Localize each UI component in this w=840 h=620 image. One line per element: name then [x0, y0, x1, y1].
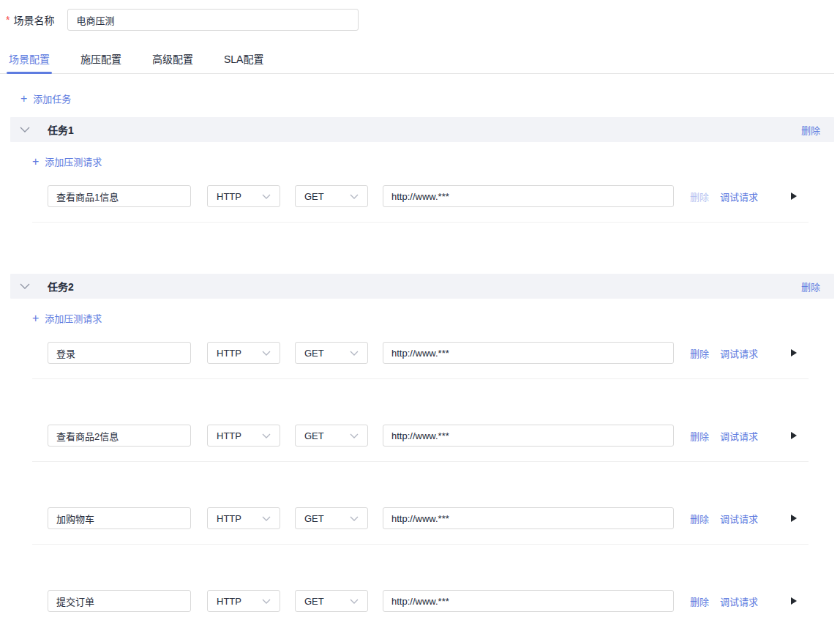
protocol-select-value: HTTP	[217, 430, 262, 441]
task-title: 任务1	[48, 122, 74, 137]
tab-pressure-config[interactable]: 施压配置	[80, 51, 121, 73]
task-title: 任务2	[48, 279, 74, 294]
expand-request-icon[interactable]	[791, 193, 797, 200]
chevron-down-icon	[20, 283, 30, 289]
request-actions: 删除 调试请求	[690, 190, 758, 203]
request-url-input[interactable]	[383, 507, 674, 529]
request-block: HTTP GET 删除 调试请求	[32, 507, 809, 545]
task-header-1: 任务1 删除	[10, 117, 834, 142]
add-request-label: 添加压测请求	[45, 154, 102, 168]
request-name-input[interactable]	[48, 507, 191, 529]
request-row: HTTP GET 删除 调试请求	[48, 590, 809, 612]
task-section-2: 任务2 删除 + 添加压测请求 HTTP GET	[0, 274, 840, 620]
request-debug-button[interactable]: 调试请求	[720, 594, 758, 608]
method-select-value: GET	[304, 348, 350, 359]
protocol-select[interactable]: HTTP	[207, 425, 280, 447]
request-url-input[interactable]	[383, 185, 674, 207]
scenario-name-input[interactable]	[67, 9, 359, 31]
collapse-chevron-icon[interactable]	[20, 127, 30, 132]
task-header-2: 任务2 删除	[10, 274, 834, 299]
chevron-down-icon	[20, 127, 30, 132]
chevron-down-icon	[262, 433, 271, 438]
expand-request-icon[interactable]	[791, 432, 797, 439]
method-select-value: GET	[304, 430, 350, 441]
expand-request-icon[interactable]	[791, 597, 797, 605]
request-debug-button[interactable]: 调试请求	[720, 346, 758, 360]
page: * 场景名称 场景配置 施压配置 高级配置 SLA配置 + 添加任务 任务1 删…	[0, 9, 840, 620]
request-block: HTTP GET 删除 调试请求	[32, 425, 809, 462]
method-select[interactable]: GET	[295, 425, 368, 447]
chevron-down-icon	[262, 516, 271, 521]
config-tabs: 场景配置 施压配置 高级配置 SLA配置	[0, 51, 834, 74]
request-delete-button[interactable]: 删除	[690, 346, 709, 360]
task-delete-button[interactable]: 删除	[801, 280, 820, 294]
plus-icon: +	[32, 156, 39, 168]
request-delete-button[interactable]: 删除	[690, 594, 709, 608]
request-name-input[interactable]	[48, 425, 191, 447]
method-select[interactable]: GET	[295, 507, 368, 529]
request-row: HTTP GET 删除 调试请求	[48, 507, 809, 529]
protocol-select-value: HTTP	[217, 191, 262, 202]
request-delete-button[interactable]: 删除	[690, 429, 709, 443]
protocol-select[interactable]: HTTP	[207, 507, 280, 529]
request-url-input[interactable]	[383, 425, 674, 447]
expand-request-icon[interactable]	[791, 349, 797, 356]
tab-scene-config[interactable]: 场景配置	[9, 51, 50, 73]
add-request-label: 添加压测请求	[45, 311, 102, 325]
chevron-down-icon	[262, 599, 271, 604]
request-name-input[interactable]	[48, 342, 191, 364]
method-select[interactable]: GET	[295, 342, 368, 364]
task-section-1: 任务1 删除 + 添加压测请求 HTTP GET	[0, 117, 840, 223]
chevron-down-icon	[350, 194, 359, 199]
request-name-input[interactable]	[48, 185, 191, 207]
request-actions: 删除 调试请求	[690, 594, 758, 608]
request-row: HTTP GET 删除 调试请求	[48, 425, 809, 447]
chevron-down-icon	[350, 351, 359, 356]
add-request-button[interactable]: + 添加压测请求	[32, 311, 102, 325]
task-delete-button[interactable]: 删除	[801, 123, 820, 137]
add-task-button[interactable]: + 添加任务	[20, 91, 71, 105]
protocol-select[interactable]: HTTP	[207, 590, 280, 612]
add-task-label: 添加任务	[33, 91, 71, 105]
scenario-name-label: 场景名称	[13, 12, 54, 27]
protocol-select[interactable]: HTTP	[207, 342, 280, 364]
scenario-name-row: * 场景名称	[6, 9, 840, 31]
request-delete-button: 删除	[690, 190, 709, 203]
tab-sla-config[interactable]: SLA配置	[224, 51, 263, 73]
request-row: HTTP GET 删除 调试请求	[48, 342, 809, 364]
tab-advanced-config[interactable]: 高级配置	[152, 51, 193, 73]
request-debug-button[interactable]: 调试请求	[720, 512, 758, 526]
request-delete-button[interactable]: 删除	[690, 512, 709, 526]
protocol-select-value: HTTP	[217, 348, 262, 359]
method-select-value: GET	[304, 596, 350, 607]
chevron-down-icon	[262, 351, 271, 356]
plus-icon: +	[20, 93, 27, 105]
method-select[interactable]: GET	[295, 185, 368, 207]
request-block: HTTP GET 删除 调试请求	[32, 342, 809, 379]
request-url-input[interactable]	[383, 590, 674, 612]
request-actions: 删除 调试请求	[690, 429, 758, 443]
expand-request-icon[interactable]	[791, 515, 797, 522]
chevron-down-icon	[262, 194, 271, 199]
chevron-down-icon	[350, 516, 359, 521]
chevron-down-icon	[350, 433, 359, 438]
request-actions: 删除 调试请求	[690, 346, 758, 360]
request-row: HTTP GET 删除 调试请求	[48, 185, 809, 207]
request-name-input[interactable]	[48, 590, 191, 612]
method-select-value: GET	[304, 513, 350, 524]
request-url-input[interactable]	[383, 342, 674, 364]
request-actions: 删除 调试请求	[690, 512, 758, 526]
task-body-1: + 添加压测请求 HTTP GET 删除	[0, 142, 840, 223]
method-select[interactable]: GET	[295, 590, 368, 612]
request-debug-button[interactable]: 调试请求	[720, 190, 758, 203]
plus-icon: +	[32, 313, 39, 324]
required-asterisk: *	[6, 9, 10, 31]
protocol-select-value: HTTP	[217, 596, 262, 607]
collapse-chevron-icon[interactable]	[20, 283, 30, 289]
method-select-value: GET	[304, 191, 350, 202]
request-debug-button[interactable]: 调试请求	[720, 429, 758, 443]
add-request-button[interactable]: + 添加压测请求	[32, 154, 102, 168]
protocol-select[interactable]: HTTP	[207, 185, 280, 207]
protocol-select-value: HTTP	[217, 513, 262, 524]
chevron-down-icon	[350, 599, 359, 604]
